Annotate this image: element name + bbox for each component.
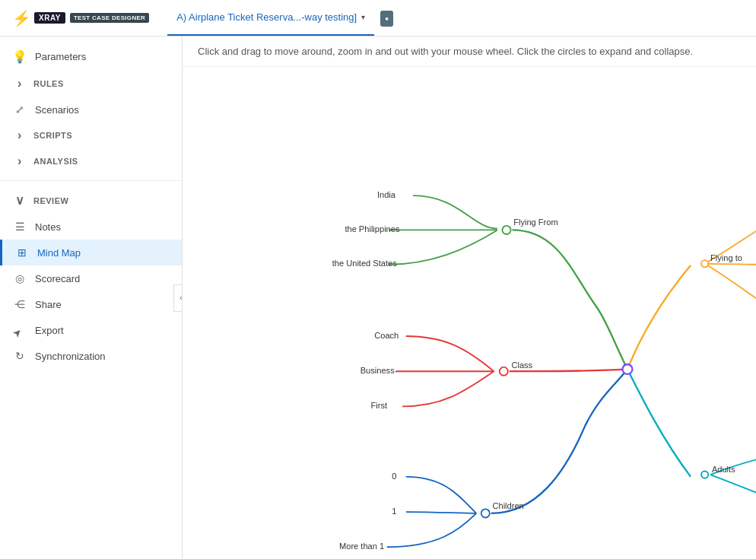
svg-point-1: [701, 260, 708, 267]
sidebar-label-sync: Synchronization: [35, 351, 106, 362]
mindmap-canvas[interactable]: Flying From India the Philippines the Un…: [183, 67, 756, 559]
svg-point-3: [481, 509, 490, 517]
svg-text:Flying From: Flying From: [513, 218, 557, 227]
chat-icon[interactable]: ▪: [380, 11, 393, 27]
logo: ⚡ XRAY TEST CASE DESIGNER: [12, 9, 149, 27]
chevron-down-icon: ▾: [361, 13, 365, 21]
logo-sub: TEST CASE DESIGNER: [70, 13, 149, 23]
chevron-right-icon: ›: [12, 77, 27, 91]
sidebar-collapse-button[interactable]: ‹: [173, 284, 183, 312]
svg-text:Adults: Adults: [712, 465, 735, 474]
content-area: Click and drag to move around, zoom in a…: [183, 37, 756, 559]
svg-point-0: [502, 226, 510, 234]
sidebar-section-rules[interactable]: › RULES: [0, 71, 182, 97]
instruction-text: Click and drag to move around, zoom in a…: [198, 46, 693, 57]
sidebar-label-review: REVIEW: [33, 196, 68, 205]
sidebar-section-review[interactable]: ∨ REVIEW: [0, 187, 182, 214]
export-icon: ➤: [10, 320, 29, 339]
sidebar-item-sync[interactable]: ↻ Synchronization: [0, 343, 182, 369]
share-icon: ⋲: [12, 298, 27, 310]
sidebar-label-scenarios: Scenarios: [35, 104, 79, 116]
sidebar-item-scorecard[interactable]: ◎ Scorecard: [0, 265, 182, 291]
chevron-down-icon-2: ∨: [12, 193, 27, 208]
notes-icon: ☰: [12, 221, 27, 233]
sidebar-item-scenarios[interactable]: ⤢ Scenarios: [0, 97, 182, 122]
tab-label: A) Airplane Ticket Reserva...-way testin…: [176, 11, 357, 23]
main-layout: 💡 Parameters › RULES ⤢ Scenarios › SCRIP…: [0, 37, 756, 559]
logo-bolt: ⚡: [12, 9, 31, 27]
svg-text:India: India: [377, 190, 396, 199]
svg-text:Coach: Coach: [374, 331, 399, 340]
svg-text:Children: Children: [493, 501, 524, 510]
sidebar: 💡 Parameters › RULES ⤢ Scenarios › SCRIP…: [0, 37, 183, 559]
scorecard-icon: ◎: [12, 272, 27, 284]
sidebar-section-scripts[interactable]: › SCRIPTS: [0, 122, 182, 148]
sidebar-label-export: Export: [35, 325, 64, 336]
svg-text:More than 1: More than 1: [339, 542, 384, 551]
sidebar-label-analysis: ANALYSIS: [33, 157, 78, 166]
svg-text:Business: Business: [361, 366, 395, 375]
header: ⚡ XRAY TEST CASE DESIGNER A) Airplane Ti…: [0, 0, 756, 37]
sidebar-item-mindmap[interactable]: ⊞ Mind Map: [0, 240, 182, 265]
sidebar-label-notes: Notes: [35, 221, 61, 233]
svg-point-5: [622, 364, 632, 374]
svg-point-2: [500, 367, 508, 376]
svg-text:the Philippines: the Philippines: [345, 224, 400, 233]
mindmap-icon: ⊞: [14, 246, 30, 259]
sidebar-label-mindmap: Mind Map: [37, 247, 81, 259]
sidebar-label-scorecard: Scorecard: [35, 273, 80, 284]
logo-text: XRAY: [34, 12, 65, 24]
chevron-right-icon-2: ›: [12, 129, 27, 142]
svg-text:1: 1: [392, 507, 396, 516]
sidebar-label-share: Share: [35, 299, 62, 310]
divider: [0, 180, 182, 181]
svg-point-4: [701, 471, 708, 478]
svg-text:Class: Class: [511, 360, 532, 370]
sidebar-item-parameters[interactable]: 💡 Parameters: [0, 43, 182, 71]
sidebar-item-share[interactable]: ⋲ Share: [0, 291, 182, 317]
sidebar-label-parameters: Parameters: [35, 51, 86, 62]
comment-button[interactable]: ▪: [380, 11, 393, 25]
sync-icon: ↻: [12, 350, 27, 362]
tab-bar: A) Airplane Ticket Reserva...-way testin…: [167, 0, 393, 36]
sidebar-item-export[interactable]: ➤ Export: [0, 317, 182, 343]
bulb-icon: 💡: [12, 49, 27, 64]
svg-text:Flying to: Flying to: [710, 253, 742, 262]
sidebar-label-rules: RULES: [33, 79, 64, 88]
sidebar-label-scripts: SCRIPTS: [33, 131, 72, 140]
chevron-right-icon-3: ›: [12, 154, 27, 168]
active-tab[interactable]: A) Airplane Ticket Reserva...-way testin…: [167, 0, 374, 36]
svg-text:0: 0: [392, 472, 396, 481]
sidebar-section-analysis[interactable]: › ANALYSIS: [0, 148, 182, 174]
sidebar-item-notes[interactable]: ☰ Notes: [0, 214, 182, 240]
expand-icon: ⤢: [12, 103, 27, 116]
svg-text:the United States: the United States: [332, 259, 397, 268]
svg-text:First: First: [371, 401, 388, 410]
instruction-bar: Click and drag to move around, zoom in a…: [183, 37, 756, 67]
